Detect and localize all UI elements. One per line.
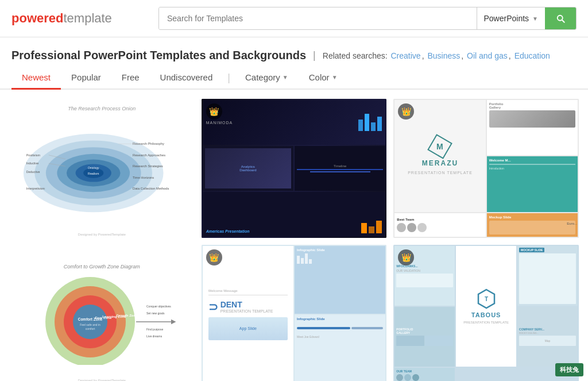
tab-popular[interactable]: Popular (61, 67, 111, 90)
crown-badge-5: 👑 (206, 249, 222, 265)
chevron-down-icon: ▼ (532, 16, 538, 22)
card1-title: The Research Process Onion (68, 106, 136, 111)
color-label: Color (309, 72, 330, 82)
card3-brand: MERAZU (422, 159, 458, 167)
svg-text:Set new goals: Set new goals (146, 311, 165, 315)
template-grid: The Research Process Onion Realism Ontol… (0, 99, 588, 381)
nav-divider: | (223, 72, 235, 84)
related-label: Related searches: (323, 51, 388, 60)
card5-sub: PRESENTATION TEMPLATE (220, 309, 273, 313)
template-card-1[interactable]: The Research Process Onion Realism Ontol… (9, 99, 195, 238)
svg-point-24 (73, 305, 107, 339)
related-link-oil[interactable]: Oil and gas (467, 51, 508, 60)
category-label: Category (245, 72, 280, 82)
title-bar: Professional PowerPoint Templates and Ba… (0, 37, 588, 67)
kj-badge: 科技兔 (555, 363, 583, 376)
card4-watermark: Designed by PoweredTemplate (9, 379, 195, 381)
card1-diagram: Realism Ontology Research Philosophy Res… (21, 115, 183, 231)
svg-text:Live dreams: Live dreams (146, 334, 163, 338)
related-link-creative[interactable]: Creative (391, 51, 421, 60)
related-link-business[interactable]: Business (427, 51, 460, 60)
svg-text:Time Horizons: Time Horizons (133, 176, 154, 179)
svg-text:Find purpose: Find purpose (146, 328, 163, 331)
page-title: Professional PowerPoint Templates and Ba… (11, 49, 306, 62)
crown-badge-2: 👑 (206, 103, 222, 120)
search-button[interactable] (545, 7, 576, 29)
card6-tabous: WFOCUANKS... OUR VALIDATION T TABOUS PRE… (393, 245, 579, 381)
card1-watermark: Designed by PoweredTemplate (9, 233, 195, 236)
search-bar: PowerPoints ▼ (158, 7, 577, 30)
svg-text:Ontology: Ontology (88, 167, 99, 170)
svg-text:Data Collection Methods: Data Collection Methods (133, 187, 169, 190)
card2-collage: MANIMODA AnalyticsDashboard Timeline (202, 99, 387, 238)
template-card-3[interactable]: M MERAZU PRESENTATION TEMPLATE Portfolio… (393, 99, 579, 238)
tab-undiscovered[interactable]: Undiscovered (150, 67, 223, 90)
svg-text:Inductive: Inductive (26, 161, 38, 165)
card6-sub: PRESENTATION TEMPLATE (463, 321, 509, 324)
tab-newest[interactable]: Newest (11, 67, 61, 90)
search-type-dropdown[interactable]: PowerPoints ▼ (477, 7, 546, 29)
category-chevron-icon: ▼ (283, 74, 288, 80)
tab-free[interactable]: Free (111, 67, 150, 90)
template-card-2[interactable]: MANIMODA AnalyticsDashboard Timeline (202, 99, 387, 238)
template-card-6[interactable]: WFOCUANKS... OUR VALIDATION T TABOUS PRE… (393, 245, 579, 381)
search-input[interactable] (159, 7, 477, 29)
svg-text:Positivism: Positivism (26, 153, 41, 157)
logo[interactable]: powered template (11, 11, 149, 26)
svg-text:Conquer objectives: Conquer objectives (146, 305, 171, 308)
logo-template: template (63, 11, 111, 26)
card3-sub: PRESENTATION TEMPLATE (408, 171, 473, 175)
related-link-education[interactable]: Education (514, 51, 550, 60)
svg-text:Research Approaches: Research Approaches (133, 153, 165, 157)
svg-text:Growth Zone: Growth Zone (117, 314, 138, 317)
header: powered template PowerPoints ▼ (0, 0, 588, 37)
card4-diagram: Comfort to Growth Zone Diagram Comfort Z… (9, 245, 195, 381)
card4-title: Comfort to Growth Zone Diagram (64, 264, 140, 270)
template-card-5[interactable]: Welcome Message ⊃ DENT PRESENTATION TEMP… (202, 245, 387, 381)
svg-text:comfort: comfort (86, 327, 95, 330)
logo-powered: powered (11, 11, 63, 26)
tab-color[interactable]: Color ▼ (299, 67, 348, 90)
search-type-label: PowerPoints (484, 14, 529, 23)
card5-dent: Welcome Message ⊃ DENT PRESENTATION TEMP… (202, 245, 387, 381)
color-chevron-icon: ▼ (332, 74, 338, 80)
title-divider: | (313, 49, 316, 61)
nav-tabs: Newest Popular Free Undiscovered | Categ… (0, 67, 588, 90)
search-icon (555, 13, 566, 24)
svg-text:Realism: Realism (88, 172, 99, 175)
svg-text:Feel safe and in: Feel safe and in (80, 323, 101, 326)
svg-text:T: T (485, 296, 488, 302)
card5-brand: DENT (220, 300, 273, 309)
template-card-4[interactable]: Comfort to Growth Zone Diagram Comfort Z… (9, 245, 195, 381)
svg-text:Deductive: Deductive (26, 170, 40, 174)
svg-text:Interpretivism: Interpretivism (26, 187, 45, 190)
card3-merazu: M MERAZU PRESENTATION TEMPLATE Portfolio… (393, 99, 579, 238)
related-searches: Related searches: Creative, Business, Oi… (323, 51, 551, 60)
svg-text:Research Strategies: Research Strategies (133, 164, 163, 168)
tab-category[interactable]: Category ▼ (235, 67, 299, 90)
card6-brand: TABOUS (471, 311, 501, 318)
